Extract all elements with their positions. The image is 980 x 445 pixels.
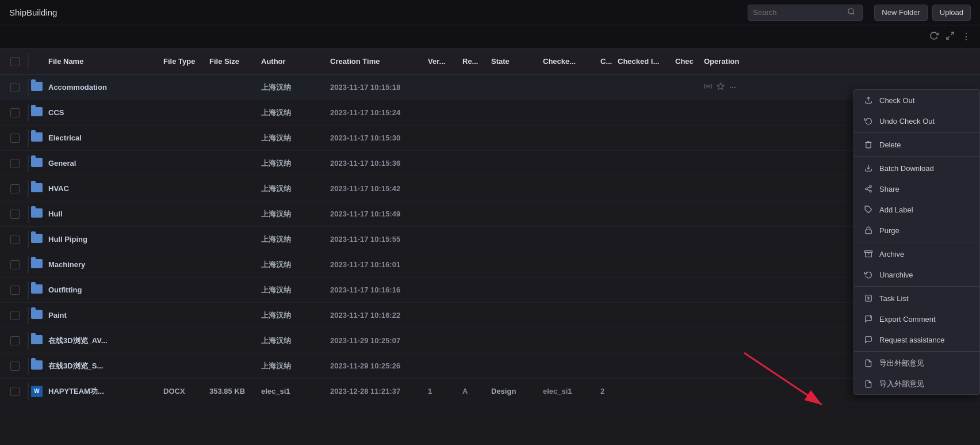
header-checkbox[interactable]	[5, 57, 25, 66]
row-filename[interactable]: Outfitting	[48, 286, 163, 294]
archive-icon	[863, 249, 874, 259]
menu-item-request-assistance[interactable]: Request assistance	[854, 329, 979, 350]
menu-item-label: Undo Check Out	[879, 117, 935, 125]
row-icon	[31, 183, 48, 194]
row-checkbox[interactable]	[5, 210, 25, 219]
row-filename[interactable]: CCS	[48, 108, 163, 117]
row-filename[interactable]: Paint	[48, 311, 163, 320]
folder-icon	[31, 132, 43, 142]
menu-item-export-external[interactable]: 导出外部意见	[854, 353, 979, 374]
menu-item-archive[interactable]: Archive	[854, 244, 979, 264]
broadcast-icon[interactable]	[704, 82, 712, 92]
menu-item-purge[interactable]: Purge	[854, 220, 979, 241]
row-checkbox[interactable]	[5, 108, 25, 117]
table-row[interactable]: Paint 上海汉纳 2023-11-17 10:16:22	[0, 303, 980, 328]
col-header-creation: Creation Time	[330, 57, 428, 66]
table-row[interactable]: 在线3D浏览_AV... 上海汉纳 2023-11-29 10:25:07	[0, 328, 980, 353]
row-checkbox[interactable]	[5, 311, 25, 320]
folder-icon	[31, 310, 43, 319]
select-all-checkbox[interactable]	[10, 57, 20, 66]
row-filename[interactable]: Hull Piping	[48, 235, 163, 244]
menu-item-undo-checkout[interactable]: Undo Check Out	[854, 111, 979, 131]
refresh-icon[interactable]	[929, 31, 939, 43]
menu-item-label: Add Label	[879, 206, 913, 214]
svg-point-8	[870, 185, 872, 188]
menu-item-label: Request assistance	[879, 336, 944, 344]
row-author: 上海汉纳	[261, 260, 330, 270]
row-filename[interactable]: Machinery	[48, 260, 163, 269]
menu-item-batch-download[interactable]: Batch Download	[854, 158, 979, 178]
row-author: 上海汉纳	[261, 158, 330, 169]
menu-item-import-external[interactable]: 导入外部意见	[854, 374, 979, 394]
search-input[interactable]	[753, 8, 845, 17]
table-row[interactable]: Electrical 上海汉纳 2023-11-17 10:15:30	[0, 125, 980, 151]
row-filename[interactable]: Hull	[48, 210, 163, 218]
row-created: 2023-11-17 10:15:49	[330, 210, 428, 218]
row-filename[interactable]: Electrical	[48, 134, 163, 142]
svg-line-12	[867, 187, 870, 188]
row-re: A	[462, 387, 491, 395]
row-checkbox[interactable]	[5, 134, 25, 143]
row-icon	[31, 107, 48, 118]
row-icon	[31, 310, 48, 321]
table-row[interactable]: Accommodation 上海汉纳 2023-11-17 10:15:18	[0, 75, 980, 100]
row-author: 上海汉纳	[261, 285, 330, 295]
expand-icon[interactable]	[945, 31, 955, 43]
row-filename[interactable]: General	[48, 159, 163, 168]
menu-item-unarchive[interactable]: Unarchive	[854, 264, 979, 285]
table-row[interactable]: W HAPYTEAM功... DOCX 353.85 KB elec_si1 2…	[0, 379, 980, 404]
svg-line-2	[951, 32, 954, 35]
svg-marker-5	[717, 83, 724, 89]
menu-divider	[854, 132, 979, 133]
menu-item-task-list[interactable]: Task List	[854, 288, 979, 309]
folder-icon	[31, 82, 43, 91]
row-checkbox[interactable]	[5, 260, 25, 269]
row-checkbox[interactable]	[5, 159, 25, 168]
row-checkbox[interactable]	[5, 286, 25, 295]
folder-icon	[31, 107, 43, 116]
new-folder-button[interactable]: New Folder	[874, 5, 927, 21]
table-row[interactable]: CCS 上海汉纳 2023-11-17 10:15:24	[0, 100, 980, 125]
row-filename[interactable]: Accommodation	[48, 83, 163, 92]
unarchive-icon	[863, 269, 874, 280]
row-filename[interactable]: HVAC	[48, 184, 163, 193]
row-icon	[31, 158, 48, 169]
row-created: 2023-11-17 10:16:16	[330, 286, 428, 294]
row-filename[interactable]: HAPYTEAM功...	[48, 386, 163, 397]
table-row[interactable]: Hull Piping 上海汉纳 2023-11-17 10:15:55	[0, 227, 980, 252]
menu-item-checkout[interactable]: Check Out	[854, 90, 979, 111]
row-checkbox[interactable]	[5, 362, 25, 371]
row-created: 2023-11-17 10:16:01	[330, 260, 428, 269]
col-header-checke: Checke...	[543, 57, 600, 66]
table-row[interactable]: Machinery 上海汉纳 2023-11-17 10:16:01	[0, 252, 980, 277]
row-checkbox[interactable]	[5, 83, 25, 92]
row-checkedout: elec_si1	[543, 387, 600, 395]
menu-item-label[interactable]: Add Label	[854, 199, 979, 220]
folder-icon	[31, 208, 43, 218]
row-author: 上海汉纳	[261, 209, 330, 219]
menu-item-label: Task List	[879, 294, 909, 303]
row-checkbox[interactable]	[5, 184, 25, 193]
table-row[interactable]: Outfitting 上海汉纳 2023-11-17 10:16:16	[0, 277, 980, 303]
row-filename[interactable]: 在线3D浏览_AV...	[48, 336, 163, 346]
table-row[interactable]: HVAC 上海汉纳 2023-11-17 10:15:42	[0, 176, 980, 201]
search-box[interactable]	[748, 5, 863, 21]
row-icon	[31, 132, 48, 143]
row-checkbox[interactable]	[5, 336, 25, 345]
row-author: 上海汉纳	[261, 361, 330, 371]
menu-item-share[interactable]: Share	[854, 178, 979, 199]
table-row[interactable]: Hull 上海汉纳 2023-11-17 10:15:49	[0, 201, 980, 227]
upload-button[interactable]: Upload	[932, 5, 971, 21]
menu-item-export-comment[interactable]: Export Comment	[854, 309, 979, 329]
star-icon[interactable]	[717, 82, 725, 92]
more-icon[interactable]: ⋮	[962, 31, 971, 42]
row-checkbox[interactable]	[5, 387, 25, 396]
more-row-icon[interactable]: ···	[729, 83, 736, 92]
row-checkbox[interactable]	[5, 235, 25, 244]
table-row[interactable]: 在线3D浏览_S... 上海汉纳 2023-11-29 10:25:26	[0, 353, 980, 379]
row-filename[interactable]: 在线3D浏览_S...	[48, 361, 163, 371]
menu-item-delete[interactable]: Delete	[854, 134, 979, 155]
col-header-author: Author	[261, 57, 330, 66]
import-external-icon	[863, 379, 874, 389]
table-row[interactable]: General 上海汉纳 2023-11-17 10:15:36	[0, 151, 980, 176]
